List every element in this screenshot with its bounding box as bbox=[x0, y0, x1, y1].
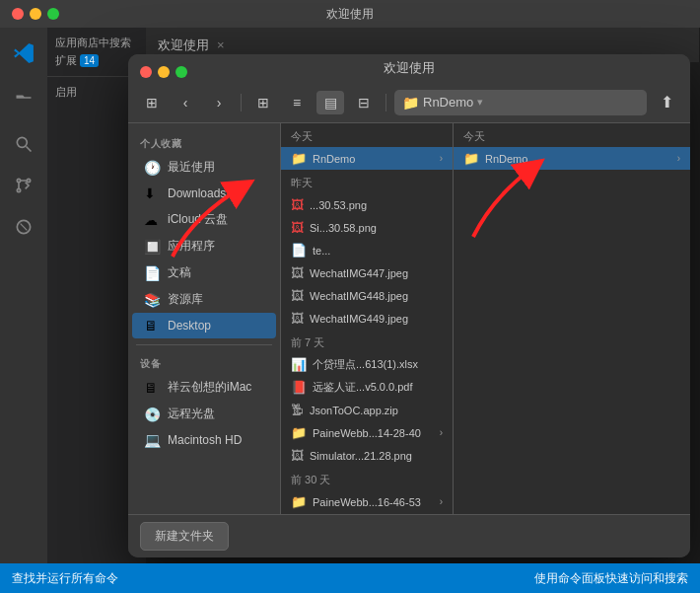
dialog-body: 个人收藏 🕐 最近使用 ⬇ Downloads ☁ iCloud 云盘 🔲 应用… bbox=[128, 123, 690, 514]
xlsx-icon: 📊 bbox=[291, 357, 307, 372]
simulator-icon: 🖼 bbox=[291, 448, 304, 463]
simulator-name: Simulator...21.28.png bbox=[310, 450, 443, 462]
view-columns-active-button[interactable]: ▤ bbox=[316, 91, 344, 114]
maximize-button[interactable] bbox=[47, 8, 59, 20]
sidebar-item-macintosh[interactable]: 💻 Macintosh HD bbox=[132, 427, 276, 453]
pdf-icon: 📕 bbox=[291, 380, 307, 395]
center-rndemo-folder[interactable]: 📁 RnDemo › bbox=[281, 147, 453, 170]
wechat449-name: WechatIMG449.jpeg bbox=[310, 313, 443, 325]
icloud-icon: ☁ bbox=[144, 212, 160, 228]
png2-name: Si...30.58.png bbox=[310, 222, 443, 234]
activity-bar bbox=[0, 28, 47, 593]
icloud-label: iCloud 云盘 bbox=[168, 211, 228, 228]
view-columns-button[interactable]: ⊞ bbox=[138, 91, 166, 114]
sidebar-item-icloud[interactable]: ☁ iCloud 云盘 bbox=[132, 206, 276, 233]
search-icon[interactable] bbox=[6, 126, 41, 162]
toolbar-separator-2 bbox=[385, 94, 386, 111]
imac-icon: 🖥 bbox=[144, 380, 160, 396]
new-folder-button[interactable]: 新建文件夹 bbox=[140, 522, 229, 551]
extensions-badge: 14 bbox=[80, 54, 99, 67]
library-label: 资源库 bbox=[168, 291, 203, 308]
applications-icon: 🔲 bbox=[144, 239, 160, 255]
share-button[interactable]: ⬆ bbox=[653, 91, 680, 114]
dialog-minimize-button[interactable] bbox=[158, 66, 170, 78]
dialog-right-pane: 今天 📁 RnDemo › bbox=[454, 123, 690, 514]
traffic-lights bbox=[12, 8, 59, 20]
file-zip[interactable]: 🗜 JsonToOC.app.zip bbox=[281, 399, 453, 421]
sidebar-item-applications[interactable]: 🔲 应用程序 bbox=[132, 233, 276, 259]
wechat449-icon: 🖼 bbox=[291, 311, 304, 326]
file-te[interactable]: 📄 te... bbox=[281, 239, 453, 261]
remote-disk-label: 远程光盘 bbox=[168, 406, 215, 422]
sidebar-personal-header: 个人收藏 bbox=[128, 131, 280, 154]
painewebb-month-name: PaineWebb...16-46-53 bbox=[313, 496, 434, 508]
location-folder-icon: 📁 bbox=[402, 95, 419, 111]
painewebb-week-icon: 📁 bbox=[291, 425, 307, 440]
rndemo-chevron-icon: › bbox=[440, 153, 443, 164]
file-wechat-447[interactable]: 🖼 WechatIMG447.jpeg bbox=[281, 261, 453, 284]
dialog-toolbar: ⊞ ‹ › ⊞ ≡ ▤ ⊟ 📁 RnDemo ▾ ⬆ bbox=[128, 82, 690, 123]
file-wechat-448[interactable]: 🖼 WechatIMG448.jpeg bbox=[281, 284, 453, 307]
pdf-name: 远鉴人证...v5.0.0.pdf bbox=[313, 380, 443, 395]
dialog-close-button[interactable] bbox=[140, 66, 152, 78]
zip-name: JsonToOC.app.zip bbox=[310, 405, 443, 416]
tab-close-icon[interactable]: × bbox=[217, 37, 225, 52]
location-chevron-icon: ▾ bbox=[477, 96, 483, 109]
svg-line-1 bbox=[27, 147, 32, 152]
file-xlsx[interactable]: 📊 个贷理点...613(1).xlsx bbox=[281, 353, 453, 376]
debug-icon[interactable] bbox=[6, 209, 41, 245]
nav-forward-button[interactable]: › bbox=[205, 91, 233, 114]
wechat448-icon: 🖼 bbox=[291, 288, 304, 303]
sidebar-item-desktop[interactable]: 🖥 Desktop bbox=[132, 313, 276, 338]
macintosh-icon: 💻 bbox=[144, 432, 160, 448]
remote-disk-icon: 💿 bbox=[144, 407, 160, 422]
vscode-logo-icon bbox=[6, 36, 41, 71]
documents-label: 文稿 bbox=[168, 264, 191, 281]
explorer-icon[interactable] bbox=[6, 85, 41, 120]
dialog-footer: 新建文件夹 bbox=[128, 514, 690, 557]
svg-line-6 bbox=[21, 224, 28, 231]
sidebar-item-recents[interactable]: 🕐 最近使用 bbox=[132, 154, 276, 181]
wechat447-name: WechatIMG447.jpeg bbox=[310, 267, 443, 279]
documents-icon: 📄 bbox=[144, 265, 160, 281]
wechat448-name: WechatIMG448.jpeg bbox=[310, 290, 443, 302]
sidebar-item-downloads[interactable]: ⬇ Downloads bbox=[132, 181, 276, 206]
file-pdf[interactable]: 📕 远鉴人证...v5.0.0.pdf bbox=[281, 376, 453, 399]
dialog-titlebar: 欢迎使用 bbox=[128, 54, 690, 82]
sidebar-item-library[interactable]: 📚 资源库 bbox=[132, 286, 276, 313]
nav-back-button[interactable]: ‹ bbox=[172, 91, 199, 114]
file-png-2[interactable]: 🖼 Si...30.58.png bbox=[281, 216, 453, 239]
view-grid-button[interactable]: ⊞ bbox=[249, 91, 277, 114]
file-painewebb-month[interactable]: 📁 PaineWebb...16-46-53 › bbox=[281, 490, 453, 513]
month-header: 前 30 天 bbox=[281, 467, 453, 490]
view-list-button[interactable]: ≡ bbox=[283, 91, 311, 114]
svg-point-0 bbox=[17, 137, 27, 147]
right-rndemo-folder[interactable]: 📁 RnDemo › bbox=[454, 147, 690, 170]
sidebar-item-remote-disk[interactable]: 💿 远程光盘 bbox=[132, 401, 276, 427]
view-gallery-button[interactable]: ⊟ bbox=[350, 91, 378, 114]
te-name: te... bbox=[313, 245, 443, 257]
close-button[interactable] bbox=[12, 8, 24, 20]
dialog-sidebar: 个人收藏 🕐 最近使用 ⬇ Downloads ☁ iCloud 云盘 🔲 应用… bbox=[128, 123, 281, 514]
painewebb-month-chevron-icon: › bbox=[440, 496, 443, 507]
file-wechat-449[interactable]: 🖼 WechatIMG449.jpeg bbox=[281, 307, 453, 330]
desktop-icon: 🖥 bbox=[144, 318, 160, 334]
file-simulator[interactable]: 🖼 Simulator...21.28.png bbox=[281, 444, 453, 467]
svg-point-3 bbox=[27, 179, 30, 182]
sidebar-item-documents[interactable]: 📄 文稿 bbox=[132, 259, 276, 286]
png1-icon: 🖼 bbox=[291, 197, 304, 212]
sidebar-item-imac[interactable]: 🖥 祥云创想的iMac bbox=[132, 374, 276, 401]
minimize-button[interactable] bbox=[30, 8, 41, 20]
status-bar: 查找并运行所有命令 使用命令面板快速访问和搜索 bbox=[0, 563, 700, 593]
downloads-icon: ⬇ bbox=[144, 185, 160, 201]
dialog-maximize-button[interactable] bbox=[175, 66, 187, 78]
toolbar-separator-1 bbox=[241, 94, 242, 111]
file-png-1[interactable]: 🖼 ...30.53.png bbox=[281, 193, 453, 216]
recents-icon: 🕐 bbox=[144, 160, 160, 176]
week-header: 前 7 天 bbox=[281, 330, 453, 353]
git-icon[interactable] bbox=[6, 168, 41, 203]
file-painewebb-week[interactable]: 📁 PaineWebb...14-28-40 › bbox=[281, 421, 453, 444]
png2-icon: 🖼 bbox=[291, 220, 304, 235]
status-left-text: 查找并运行所有命令 bbox=[12, 570, 118, 587]
rndemo-folder-icon: 📁 bbox=[291, 151, 307, 166]
